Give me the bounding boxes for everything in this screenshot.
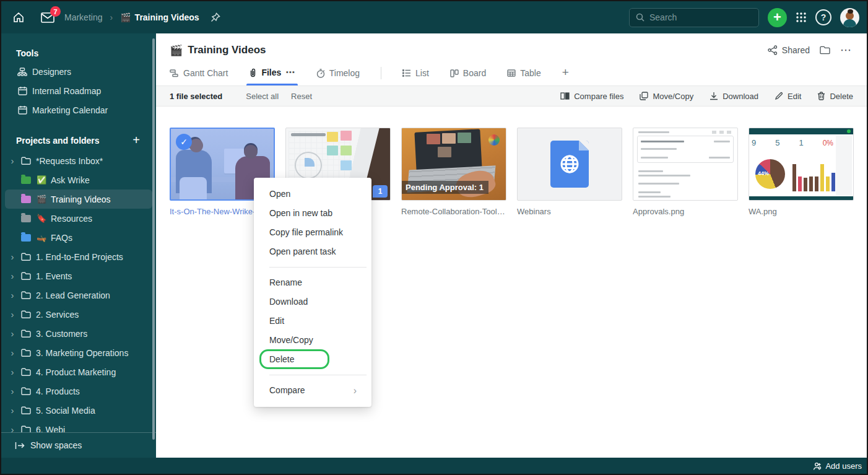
copy-icon xyxy=(640,92,648,100)
tab-timelog[interactable]: Timelog xyxy=(316,68,360,85)
file-thumbnail[interactable]: 9 5 1 0% 44% xyxy=(749,128,854,201)
calendar-icon xyxy=(16,86,28,95)
breadcrumb-current[interactable]: 🎬 Training Videos xyxy=(120,12,199,22)
tab-gantt-chart[interactable]: Gantt Chart xyxy=(170,68,228,85)
pin-icon[interactable] xyxy=(210,12,220,22)
top-bar: 7 Marketing › 🎬 Training Videos + xyxy=(1,1,867,33)
menu-item-open-in-new-tab[interactable]: Open in new tab xyxy=(254,204,371,223)
shared-button[interactable]: Shared xyxy=(768,45,810,55)
share-icon xyxy=(768,45,778,55)
bottom-bar: Add users xyxy=(1,458,867,474)
menu-divider xyxy=(269,267,367,268)
file-card-webinars[interactable]: Webinars xyxy=(517,128,622,216)
sidebar-item-ask-wrike[interactable]: ✅ Ask Wrike xyxy=(1,170,156,190)
file-thumbnail[interactable] xyxy=(633,128,738,201)
sidebar-item-marketing-calendar[interactable]: Marketing Calendar xyxy=(1,100,156,120)
file-thumbnail[interactable] xyxy=(517,128,622,201)
menu-item-edit[interactable]: Edit xyxy=(254,312,371,331)
file-name[interactable]: Remote-Collaboration-Tools-... xyxy=(401,207,506,216)
sidebar-item-social-media[interactable]: › 5. Social Media xyxy=(1,401,156,420)
chevron-right-icon[interactable]: › xyxy=(9,347,16,358)
delete-button[interactable]: Delete xyxy=(817,92,853,101)
chevron-right-icon[interactable]: › xyxy=(9,271,16,281)
menu-item-move-copy[interactable]: Move/Copy xyxy=(254,331,371,350)
chevron-right-icon[interactable]: › xyxy=(9,386,16,396)
tab-board[interactable]: Board xyxy=(450,68,486,85)
menu-item-delete[interactable]: Delete xyxy=(254,350,371,369)
file-card-remote-collaboration-tools[interactable]: Pending Approval: 1 Remote-Collaboration… xyxy=(401,128,506,216)
chevron-right-icon[interactable]: › xyxy=(9,155,16,166)
folder-icon-green xyxy=(20,176,32,184)
compare-files-button[interactable]: Compare files xyxy=(560,92,623,101)
sidebar-scrollbar[interactable] xyxy=(152,38,155,440)
create-new-button[interactable]: + xyxy=(768,8,787,27)
chevron-right-icon[interactable]: › xyxy=(9,290,16,300)
sidebar-item-training-videos[interactable]: 🎬 Training Videos xyxy=(5,190,152,209)
sidebar-item-requests-inbox[interactable]: › *Requests Inbox* xyxy=(1,151,156,170)
tab-files[interactable]: Files ⋯ xyxy=(249,67,295,85)
reset-button[interactable]: Reset xyxy=(291,92,312,101)
clapperboard-emoji: 🎬 xyxy=(36,194,47,204)
sidebar-item-services[interactable]: › 2. Services xyxy=(1,305,156,324)
add-view-icon[interactable]: + xyxy=(562,66,569,85)
menu-item-open[interactable]: Open xyxy=(254,185,371,204)
folder-icon-gray xyxy=(20,215,32,222)
search-box xyxy=(629,8,759,27)
file-name[interactable]: Approvals.png xyxy=(633,207,738,216)
apps-grid-icon[interactable] xyxy=(796,12,807,23)
sidebar-item-lead-generation[interactable]: › 2. Lead Generation xyxy=(1,285,156,305)
file-card-wa-png[interactable]: 9 5 1 0% 44% xyxy=(749,128,854,216)
menu-item-open-parent-task[interactable]: Open parent task xyxy=(254,242,371,261)
sidebar-item-events[interactable]: › 1. Events xyxy=(1,266,156,285)
help-icon[interactable]: ? xyxy=(815,9,831,25)
chevron-right-icon[interactable]: › xyxy=(9,251,16,262)
add-project-icon[interactable]: + xyxy=(132,133,140,147)
edit-button[interactable]: Edit xyxy=(775,92,801,101)
tab-list[interactable]: List xyxy=(402,68,429,85)
sidebar-item-marketing-operations[interactable]: › 3. Marketing Operations xyxy=(1,343,156,362)
download-button[interactable]: Download xyxy=(710,92,758,101)
search-input[interactable] xyxy=(649,12,752,22)
sidebar-item-products[interactable]: › 4. Products xyxy=(1,381,156,401)
tab-more-icon[interactable]: ⋯ xyxy=(285,67,295,78)
select-all-button[interactable]: Select all xyxy=(246,92,279,101)
more-options-icon[interactable]: ⋯ xyxy=(840,43,852,57)
inbox-icon[interactable]: 7 xyxy=(38,9,57,26)
breadcrumb-project[interactable]: Marketing xyxy=(64,12,102,22)
folder-icon xyxy=(20,349,32,357)
file-name[interactable]: Webinars xyxy=(517,207,622,216)
pencil-icon xyxy=(775,92,783,100)
chevron-right-icon[interactable]: › xyxy=(9,367,16,377)
move-copy-button[interactable]: Move/Copy xyxy=(640,92,693,101)
sidebar-item-internal-roadmap[interactable]: Internal Roadmap xyxy=(1,81,156,100)
show-spaces-button[interactable]: Show spaces xyxy=(1,432,156,458)
file-thumbnail[interactable]: Pending Approval: 1 xyxy=(401,128,506,201)
timer-icon xyxy=(316,69,325,78)
tab-table[interactable]: Table xyxy=(507,68,540,85)
folder-view-icon[interactable] xyxy=(820,46,830,54)
add-users-button[interactable]: Add users xyxy=(812,461,862,471)
menu-item-download[interactable]: Download xyxy=(254,292,371,312)
menu-item-copy-file-permalink[interactable]: Copy file permalink xyxy=(254,223,371,242)
sidebar-item-resources[interactable]: 🔖 Resources xyxy=(1,209,156,228)
list-icon xyxy=(402,69,411,77)
chevron-right-icon[interactable]: › xyxy=(9,328,16,339)
menu-item-rename[interactable]: Rename xyxy=(254,273,371,292)
wrike-app: 7 Marketing › 🎬 Training Videos + xyxy=(0,0,868,475)
menu-item-compare[interactable]: Compare › xyxy=(254,381,371,400)
sidebar-item-designers[interactable]: Designers xyxy=(1,62,156,81)
folder-icon xyxy=(20,272,32,280)
check-emoji: ✅ xyxy=(36,175,47,185)
sidebar-item-end-to-end-projects[interactable]: › 1. End-to-End Projects xyxy=(1,247,156,266)
home-icon[interactable] xyxy=(10,9,27,26)
file-card-approvals-png[interactable]: Approvals.png xyxy=(633,128,738,216)
avatar[interactable] xyxy=(840,8,859,27)
chevron-right-icon[interactable]: › xyxy=(9,309,16,320)
sidebar-item-faqs[interactable]: 🛶 FAQs xyxy=(1,228,156,247)
sidebar-item-product-marketing[interactable]: › 4. Product Marketing xyxy=(1,362,156,381)
sidebar-item-customers[interactable]: › 3. Customers xyxy=(1,324,156,343)
folder-icon xyxy=(20,406,32,414)
chevron-right-icon[interactable]: › xyxy=(9,405,16,416)
file-name[interactable]: WA.png xyxy=(749,207,854,216)
inbox-badge: 7 xyxy=(50,6,61,17)
